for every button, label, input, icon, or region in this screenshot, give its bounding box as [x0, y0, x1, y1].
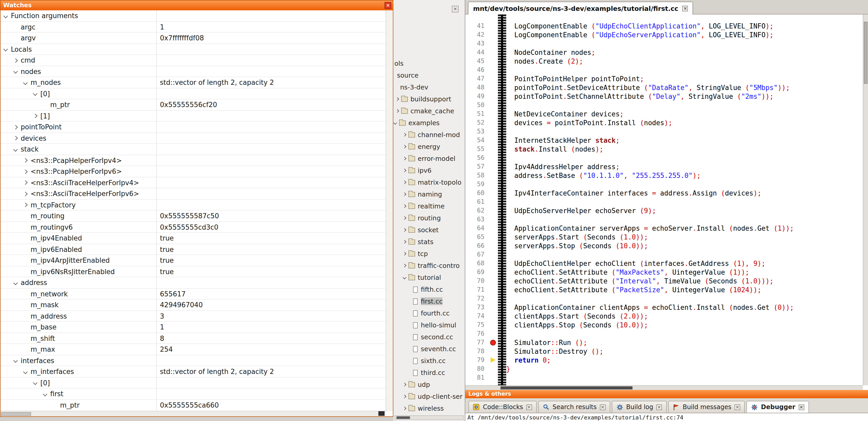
tree-item[interactable]: tcp [393, 248, 465, 260]
watch-row[interactable]: m_tcpFactory [1, 199, 385, 210]
code-line[interactable]: 81 [465, 374, 863, 382]
watch-row[interactable]: <ns3::AsciiTraceHelperForIpv4> [1, 177, 385, 188]
tree-horizontal-scrollbar[interactable] [394, 415, 464, 420]
marker-margin[interactable] [489, 162, 498, 171]
chevron-down-icon[interactable] [43, 392, 48, 396]
tree-item[interactable]: ns-3-dev [393, 82, 465, 94]
watch-row[interactable]: interfaces [1, 355, 385, 366]
code-line[interactable]: 44 NodeContainer nodes; [465, 48, 863, 57]
watch-row[interactable]: m_interfacesstd::vector of length 2, cap… [1, 366, 385, 377]
marker-margin[interactable] [489, 224, 498, 233]
chevron-right-icon[interactable] [403, 228, 406, 232]
chevron-right-icon[interactable] [403, 407, 406, 410]
watch-row[interactable]: m_nodesstd::vector of length 2, capacity… [1, 77, 385, 88]
code-line[interactable]: 56 [465, 154, 863, 162]
code-line[interactable]: 57 Ipv4AddressHelper address; [465, 162, 863, 171]
chevron-right-icon[interactable] [396, 97, 399, 101]
tree-item[interactable]: hello-simul [393, 320, 465, 331]
chevron-right-icon[interactable] [13, 136, 18, 140]
tree-item[interactable]: error-model [393, 153, 465, 165]
chevron-down-icon[interactable] [13, 147, 18, 152]
breakpoint-icon[interactable] [490, 339, 496, 345]
marker-margin[interactable] [489, 356, 498, 365]
watch-row[interactable]: argc1 [1, 22, 385, 33]
watches-vertical-scrollbar[interactable] [385, 10, 393, 411]
code-line[interactable]: 72 [465, 294, 863, 303]
tree-item[interactable]: realtime [393, 201, 465, 213]
chevron-right-icon[interactable] [403, 157, 406, 160]
tree-item[interactable]: source [393, 70, 465, 82]
watch-row[interactable]: m_ipv4Enabledtrue [1, 233, 385, 244]
marker-margin[interactable] [489, 189, 498, 198]
code-line[interactable]: 78 Simulator::Destroy (); [465, 347, 863, 356]
marker-margin[interactable] [489, 39, 498, 48]
watch-row[interactable]: m_ipv6NsRsJitterEnabledtrue [1, 266, 385, 277]
logs-tab-build-log[interactable]: Build log× [612, 401, 666, 413]
chevron-right-icon[interactable] [23, 203, 28, 207]
code-line[interactable]: 61 [465, 198, 863, 206]
watch-row[interactable]: Function arguments [1, 10, 385, 22]
code-line[interactable]: 50 [465, 101, 863, 110]
watch-row[interactable]: address [1, 277, 385, 288]
marker-margin[interactable] [489, 145, 498, 154]
chevron-right-icon[interactable] [403, 240, 406, 244]
scrollbar-handle[interactable] [397, 416, 410, 419]
tree-item[interactable]: traffic-contro [393, 260, 465, 272]
scrollbar-handle[interactable] [1, 412, 31, 416]
code-line[interactable]: 65 serverApps.Start (Seconds (1.0)); [465, 233, 863, 241]
tree-item[interactable]: fifth.cc [393, 284, 465, 296]
marker-margin[interactable] [489, 321, 498, 329]
watch-row[interactable]: m_ipv4ArpJitterEnabledtrue [1, 255, 385, 266]
logs-caption[interactable]: Logs & others [465, 390, 868, 398]
code-line[interactable]: 80} [465, 365, 863, 374]
watch-row[interactable]: <ns3::AsciiTraceHelperForIpv6> [1, 188, 385, 199]
chevron-down-icon[interactable] [33, 92, 37, 96]
code-line[interactable]: 48 pointToPoint.SetDeviceAttribute ("Dat… [465, 83, 863, 92]
watch-row[interactable]: nodes [1, 66, 385, 77]
code-line[interactable]: 76 [465, 329, 863, 338]
code-line[interactable]: 64 ApplicationContainer serverApps = ech… [465, 224, 863, 233]
watch-row[interactable]: [0] [1, 377, 385, 388]
marker-margin[interactable] [489, 92, 498, 101]
logs-tab-search-results[interactable]: Search results× [538, 401, 610, 413]
watch-row[interactable]: Locals [1, 44, 385, 55]
chevron-right-icon[interactable] [23, 158, 28, 163]
tree-item[interactable]: buildsupport [393, 94, 465, 105]
marker-margin[interactable] [489, 241, 498, 250]
marker-margin[interactable] [489, 171, 498, 180]
tree-item[interactable]: ipv6 [393, 165, 465, 177]
chevron-right-icon[interactable] [403, 264, 406, 267]
chevron-right-icon[interactable] [13, 125, 18, 129]
marker-margin[interactable] [489, 74, 498, 83]
chevron-right-icon[interactable] [13, 58, 18, 63]
watch-row[interactable]: m_mask4294967040 [1, 299, 385, 311]
marker-margin[interactable] [489, 268, 498, 277]
chevron-down-icon[interactable] [23, 369, 28, 374]
code-line[interactable]: 74 clientApps.Start (Seconds (2.0)); [465, 312, 863, 321]
tree-item[interactable]: tutorial [393, 272, 465, 284]
code-line[interactable]: 60 Ipv4InterfaceContainer interfaces = a… [465, 189, 863, 198]
scrollbar-handle[interactable] [864, 22, 867, 84]
marker-margin[interactable] [489, 119, 498, 127]
code-line[interactable]: 51 NetDeviceContainer devices; [465, 110, 863, 119]
marker-margin[interactable] [489, 180, 498, 189]
code-line[interactable]: 77 Simulator::Run (); [465, 338, 863, 347]
marker-margin[interactable] [489, 338, 498, 347]
logs-tab-build-messages[interactable]: Build messages× [668, 401, 745, 413]
code-line[interactable]: 52 devices = pointToPoint.Install (nodes… [465, 119, 863, 127]
marker-margin[interactable] [489, 347, 498, 356]
marker-margin[interactable] [489, 374, 498, 382]
chevron-down-icon[interactable] [4, 47, 8, 52]
marker-margin[interactable] [489, 303, 498, 312]
marker-margin[interactable] [489, 48, 498, 57]
code-line[interactable]: 41 LogComponentEnable ("UdpEchoClientApp… [465, 22, 863, 31]
code-line[interactable]: 59 [465, 180, 863, 189]
close-tab-icon[interactable]: × [735, 404, 740, 410]
chevron-down-icon[interactable] [4, 14, 8, 18]
tree-item[interactable]: fourth.cc [393, 308, 465, 320]
close-tab-icon[interactable]: × [682, 5, 688, 11]
tree-item[interactable]: cmake_cache [393, 105, 465, 118]
marker-margin[interactable] [489, 127, 498, 136]
marker-margin[interactable] [489, 31, 498, 39]
chevron-right-icon[interactable] [403, 395, 406, 398]
